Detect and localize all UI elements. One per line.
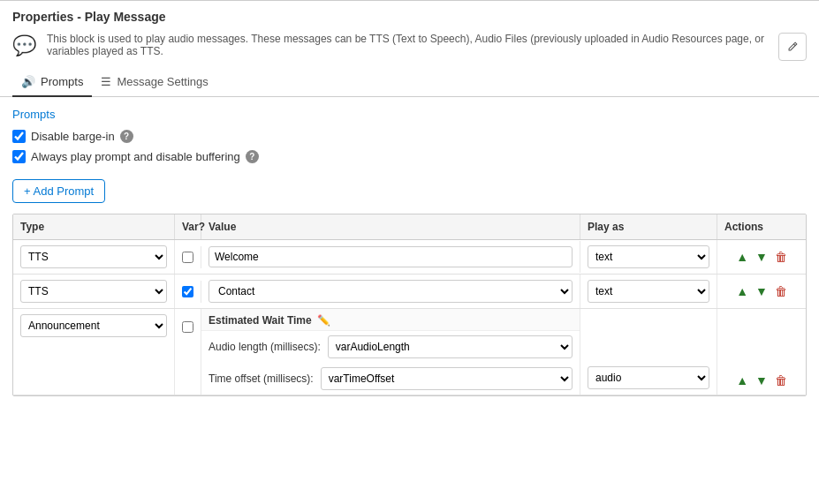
- ann-time-offset-select[interactable]: varTimeOffset otherVar: [321, 367, 573, 390]
- ann-header: Estimated Wait Time ✏️: [201, 309, 580, 331]
- ann-down-button[interactable]: ▼: [754, 372, 770, 389]
- tab-message-settings[interactable]: ☰ Message Settings: [92, 68, 216, 97]
- disable-barge-in-checkbox[interactable]: [12, 130, 26, 143]
- header-description: This block is used to play audio message…: [47, 33, 768, 57]
- content-area: Prompts Disable barge-in ? Always play p…: [0, 97, 819, 407]
- row2-up-button[interactable]: ▲: [734, 282, 750, 300]
- row2-down-button[interactable]: ▼: [754, 282, 770, 300]
- ann-audio-length-select[interactable]: varAudioLength otherVar: [328, 335, 573, 358]
- properties-header: Properties - Play Message 💬 This block i…: [0, 1, 819, 68]
- row1-up-button[interactable]: ▲: [734, 248, 750, 266]
- disable-barge-in-row: Disable barge-in ?: [12, 130, 807, 143]
- table-row: Announcement TTS Audio Variable Estimate…: [13, 309, 806, 395]
- row1-play-as-select[interactable]: text audio variable: [588, 245, 709, 268]
- disable-barge-in-label: Disable barge-in: [31, 130, 115, 143]
- ann-up-button[interactable]: ▲: [734, 372, 750, 389]
- ann-type-select[interactable]: Announcement TTS Audio Variable: [20, 314, 167, 337]
- always-play-label: Always play prompt and disable buffering: [31, 150, 240, 163]
- add-prompt-button[interactable]: + Add Prompt: [12, 179, 105, 203]
- row2-contact-select[interactable]: Contact: [209, 280, 573, 303]
- ann-header-text: Estimated Wait Time: [209, 314, 312, 327]
- col-header-var: Var?: [175, 214, 201, 239]
- row2-type-cell: TTS Audio Announcement Variable: [13, 275, 175, 308]
- row1-down-button[interactable]: ▼: [754, 248, 770, 266]
- row2-play-as-cell: text audio variable: [580, 275, 717, 308]
- row1-play-as-cell: text audio variable: [580, 240, 717, 274]
- tab-bar: 🔊 Prompts ☰ Message Settings: [0, 68, 819, 97]
- tab-message-settings-label: Message Settings: [117, 75, 208, 88]
- row1-value-input[interactable]: [209, 246, 573, 267]
- ann-audio-length-label: Audio length (millisecs):: [209, 341, 321, 353]
- page-title: Properties - Play Message: [12, 10, 807, 24]
- ann-type-cell: Announcement TTS Audio Variable: [13, 309, 175, 395]
- ann-audio-length-row: Audio length (millisecs): varAudioLength…: [201, 331, 580, 363]
- row2-value-cell: Contact: [201, 275, 580, 308]
- ann-value-cell: Estimated Wait Time ✏️ Audio length (mil…: [201, 309, 580, 395]
- table-row: TTS Audio Announcement Variable text aud…: [13, 240, 806, 275]
- row2-actions-cell: ▲ ▼ 🗑: [717, 277, 806, 305]
- prompts-tab-icon: 🔊: [21, 75, 35, 88]
- row2-delete-button[interactable]: 🗑: [773, 282, 789, 300]
- ann-delete-button[interactable]: 🗑: [773, 372, 789, 389]
- row2-play-as-select[interactable]: text audio variable: [588, 280, 709, 303]
- col-header-value: Value: [201, 214, 580, 239]
- prompts-table: Type Var? Value Play as Actions TTS Audi…: [12, 214, 807, 396]
- always-play-checkbox[interactable]: [12, 150, 26, 163]
- ann-play-as-select[interactable]: audio text variable: [588, 366, 709, 389]
- col-header-actions: Actions: [717, 214, 806, 239]
- always-play-help-icon[interactable]: ?: [246, 150, 259, 163]
- ann-time-offset-row: Time offset (millisecs): varTimeOffset o…: [201, 363, 580, 395]
- row1-delete-button[interactable]: 🗑: [773, 248, 789, 266]
- row2-var-checkbox[interactable]: [182, 286, 193, 297]
- ann-var-checkbox[interactable]: [182, 321, 193, 333]
- always-play-row: Always play prompt and disable buffering…: [12, 150, 807, 163]
- row1-value-cell: [201, 241, 580, 273]
- table-header-row: Type Var? Value Play as Actions: [13, 214, 806, 240]
- row1-type-cell: TTS Audio Announcement Variable: [13, 240, 175, 274]
- row1-type-select[interactable]: TTS Audio Announcement Variable: [20, 245, 167, 268]
- ann-edit-icon[interactable]: ✏️: [317, 314, 330, 327]
- row2-type-select[interactable]: TTS Audio Announcement Variable: [20, 280, 167, 303]
- ann-var-cell: [175, 309, 201, 395]
- disable-barge-in-help-icon[interactable]: ?: [120, 130, 133, 143]
- ann-time-offset-label: Time offset (millisecs):: [209, 372, 314, 385]
- row1-var-cell: [175, 246, 201, 268]
- tab-prompts-label: Prompts: [41, 75, 83, 88]
- message-icon: 💬: [12, 34, 36, 57]
- tab-prompts[interactable]: 🔊 Prompts: [12, 68, 92, 97]
- col-header-play-as: Play as: [580, 214, 717, 239]
- row2-var-cell: [175, 281, 201, 303]
- prompts-breadcrumb-link[interactable]: Prompts: [12, 108, 55, 121]
- table-row: TTS Audio Announcement Variable Contact: [13, 275, 806, 309]
- row1-actions-cell: ▲ ▼ 🗑: [717, 243, 806, 271]
- ann-play-as-cell: audio text variable: [580, 309, 717, 395]
- col-header-type: Type: [13, 214, 175, 239]
- row1-var-checkbox[interactable]: [182, 252, 193, 263]
- edit-button[interactable]: [778, 33, 807, 61]
- message-settings-tab-icon: ☰: [101, 75, 111, 88]
- ann-actions-cell: ▲ ▼ 🗑: [717, 309, 806, 395]
